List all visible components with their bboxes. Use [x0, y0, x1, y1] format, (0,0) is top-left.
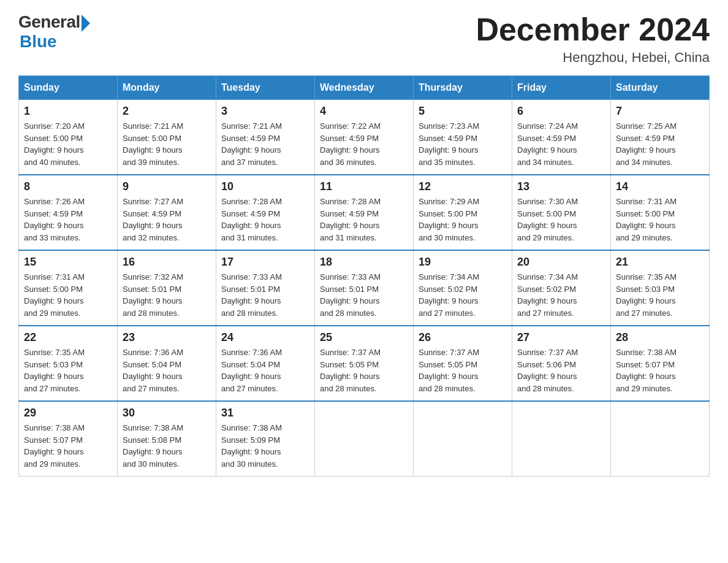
- table-row: 8Sunrise: 7:26 AMSunset: 4:59 PMDaylight…: [19, 175, 118, 250]
- day-number: 30: [123, 407, 211, 419]
- header-sunday: Sunday: [19, 76, 118, 100]
- day-number: 1: [24, 105, 112, 118]
- table-row: 12Sunrise: 7:29 AMSunset: 5:00 PMDayligh…: [414, 175, 512, 250]
- day-number: 9: [123, 180, 211, 193]
- day-number: 27: [517, 331, 605, 344]
- day-number: 8: [24, 180, 112, 193]
- day-number: 6: [517, 105, 605, 118]
- day-info: Sunrise: 7:25 AMSunset: 4:59 PMDaylight:…: [616, 120, 704, 168]
- table-row: 4Sunrise: 7:22 AMSunset: 4:59 PMDaylight…: [315, 100, 414, 175]
- page-subtitle: Hengzhou, Hebei, China: [476, 50, 710, 66]
- day-number: 28: [616, 331, 704, 344]
- calendar-table: Sunday Monday Tuesday Wednesday Thursday…: [18, 75, 710, 477]
- table-row: 11Sunrise: 7:28 AMSunset: 4:59 PMDayligh…: [315, 175, 414, 250]
- table-row: 2Sunrise: 7:21 AMSunset: 5:00 PMDaylight…: [118, 100, 216, 175]
- day-info: Sunrise: 7:35 AMSunset: 5:03 PMDaylight:…: [24, 347, 112, 394]
- day-info: Sunrise: 7:34 AMSunset: 5:02 PMDaylight:…: [419, 271, 507, 319]
- day-number: 4: [320, 105, 408, 118]
- day-info: Sunrise: 7:35 AMSunset: 5:03 PMDaylight:…: [616, 271, 704, 319]
- table-row: [315, 401, 414, 477]
- day-number: 18: [320, 256, 408, 269]
- table-row: 27Sunrise: 7:37 AMSunset: 5:06 PMDayligh…: [512, 326, 611, 401]
- day-info: Sunrise: 7:21 AMSunset: 4:59 PMDaylight:…: [221, 120, 309, 168]
- day-number: 17: [221, 256, 309, 269]
- day-info: Sunrise: 7:24 AMSunset: 4:59 PMDaylight:…: [517, 120, 605, 168]
- day-info: Sunrise: 7:27 AMSunset: 4:59 PMDaylight:…: [123, 196, 211, 243]
- table-row: 5Sunrise: 7:23 AMSunset: 4:59 PMDaylight…: [414, 100, 512, 175]
- header-thursday: Thursday: [414, 76, 512, 100]
- header-wednesday: Wednesday: [315, 76, 414, 100]
- table-row: 19Sunrise: 7:34 AMSunset: 5:02 PMDayligh…: [414, 250, 512, 326]
- day-info: Sunrise: 7:38 AMSunset: 5:08 PMDaylight:…: [123, 422, 211, 470]
- day-number: 2: [123, 105, 211, 118]
- page-title: December 2024: [476, 12, 710, 47]
- table-row: 6Sunrise: 7:24 AMSunset: 4:59 PMDaylight…: [512, 100, 611, 175]
- day-number: 16: [123, 256, 211, 269]
- header-tuesday: Tuesday: [216, 76, 315, 100]
- table-row: 21Sunrise: 7:35 AMSunset: 5:03 PMDayligh…: [611, 250, 710, 326]
- day-info: Sunrise: 7:22 AMSunset: 4:59 PMDaylight:…: [320, 120, 408, 168]
- calendar-header-row: Sunday Monday Tuesday Wednesday Thursday…: [19, 76, 710, 100]
- day-number: 29: [24, 407, 112, 419]
- header-friday: Friday: [512, 76, 611, 100]
- table-row: 26Sunrise: 7:37 AMSunset: 5:05 PMDayligh…: [414, 326, 512, 401]
- day-number: 22: [24, 331, 112, 344]
- title-block: December 2024 Hengzhou, Hebei, China: [476, 12, 710, 66]
- table-row: 28Sunrise: 7:38 AMSunset: 5:07 PMDayligh…: [611, 326, 710, 401]
- day-info: Sunrise: 7:21 AMSunset: 5:00 PMDaylight:…: [123, 120, 211, 168]
- table-row: 24Sunrise: 7:36 AMSunset: 5:04 PMDayligh…: [216, 326, 315, 401]
- day-number: 11: [320, 180, 408, 193]
- table-row: 18Sunrise: 7:33 AMSunset: 5:01 PMDayligh…: [315, 250, 414, 326]
- day-number: 3: [221, 105, 309, 118]
- day-info: Sunrise: 7:38 AMSunset: 5:09 PMDaylight:…: [221, 422, 309, 470]
- day-number: 10: [221, 180, 309, 193]
- day-info: Sunrise: 7:26 AMSunset: 4:59 PMDaylight:…: [24, 196, 112, 243]
- header-monday: Monday: [118, 76, 216, 100]
- day-number: 5: [419, 105, 507, 118]
- day-info: Sunrise: 7:23 AMSunset: 4:59 PMDaylight:…: [419, 120, 507, 168]
- day-number: 21: [616, 256, 704, 269]
- day-number: 31: [221, 407, 309, 419]
- table-row: 14Sunrise: 7:31 AMSunset: 5:00 PMDayligh…: [611, 175, 710, 250]
- table-row: 29Sunrise: 7:38 AMSunset: 5:07 PMDayligh…: [19, 401, 118, 477]
- table-row: 15Sunrise: 7:31 AMSunset: 5:00 PMDayligh…: [19, 250, 118, 326]
- day-info: Sunrise: 7:28 AMSunset: 4:59 PMDaylight:…: [320, 196, 408, 243]
- day-info: Sunrise: 7:32 AMSunset: 5:01 PMDaylight:…: [123, 271, 211, 319]
- day-info: Sunrise: 7:38 AMSunset: 5:07 PMDaylight:…: [616, 347, 704, 394]
- table-row: 10Sunrise: 7:28 AMSunset: 4:59 PMDayligh…: [216, 175, 315, 250]
- table-row: 1Sunrise: 7:20 AMSunset: 5:00 PMDaylight…: [19, 100, 118, 175]
- table-row: 23Sunrise: 7:36 AMSunset: 5:04 PMDayligh…: [118, 326, 216, 401]
- table-row: 13Sunrise: 7:30 AMSunset: 5:00 PMDayligh…: [512, 175, 611, 250]
- day-number: 26: [419, 331, 507, 344]
- day-number: 24: [221, 331, 309, 344]
- calendar-week-row: 8Sunrise: 7:26 AMSunset: 4:59 PMDaylight…: [19, 175, 710, 250]
- table-row: 9Sunrise: 7:27 AMSunset: 4:59 PMDaylight…: [118, 175, 216, 250]
- table-row: [414, 401, 512, 477]
- day-info: Sunrise: 7:29 AMSunset: 5:00 PMDaylight:…: [419, 196, 507, 243]
- day-number: 20: [517, 256, 605, 269]
- day-info: Sunrise: 7:30 AMSunset: 5:00 PMDaylight:…: [517, 196, 605, 243]
- day-info: Sunrise: 7:37 AMSunset: 5:05 PMDaylight:…: [419, 347, 507, 394]
- table-row: 31Sunrise: 7:38 AMSunset: 5:09 PMDayligh…: [216, 401, 315, 477]
- logo-blue-text: Blue: [20, 32, 90, 52]
- day-info: Sunrise: 7:36 AMSunset: 5:04 PMDaylight:…: [123, 347, 211, 394]
- table-row: 20Sunrise: 7:34 AMSunset: 5:02 PMDayligh…: [512, 250, 611, 326]
- day-info: Sunrise: 7:37 AMSunset: 5:06 PMDaylight:…: [517, 347, 605, 394]
- calendar-week-row: 29Sunrise: 7:38 AMSunset: 5:07 PMDayligh…: [19, 401, 710, 477]
- table-row: 30Sunrise: 7:38 AMSunset: 5:08 PMDayligh…: [118, 401, 216, 477]
- day-number: 15: [24, 256, 112, 269]
- day-number: 14: [616, 180, 704, 193]
- logo-arrow-icon: [82, 15, 90, 32]
- day-number: 23: [123, 331, 211, 344]
- day-number: 19: [419, 256, 507, 269]
- calendar-week-row: 22Sunrise: 7:35 AMSunset: 5:03 PMDayligh…: [19, 326, 710, 401]
- logo-general-text: General: [18, 12, 80, 32]
- day-info: Sunrise: 7:34 AMSunset: 5:02 PMDaylight:…: [517, 271, 605, 319]
- table-row: 3Sunrise: 7:21 AMSunset: 4:59 PMDaylight…: [216, 100, 315, 175]
- day-number: 25: [320, 331, 408, 344]
- table-row: 22Sunrise: 7:35 AMSunset: 5:03 PMDayligh…: [19, 326, 118, 401]
- day-number: 12: [419, 180, 507, 193]
- calendar-week-row: 15Sunrise: 7:31 AMSunset: 5:00 PMDayligh…: [19, 250, 710, 326]
- table-row: 16Sunrise: 7:32 AMSunset: 5:01 PMDayligh…: [118, 250, 216, 326]
- page-header: General Blue December 2024 Hengzhou, Heb…: [18, 12, 710, 66]
